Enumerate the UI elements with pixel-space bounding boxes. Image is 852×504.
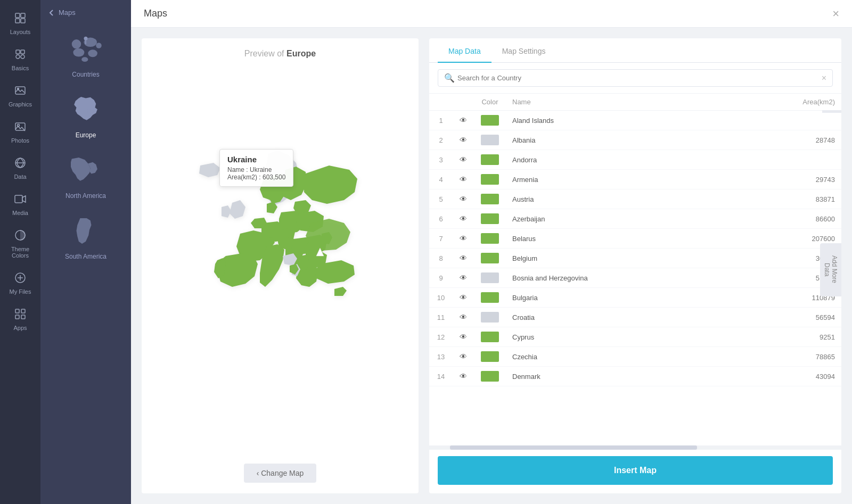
row-color[interactable] bbox=[474, 249, 506, 268]
color-swatch[interactable] bbox=[481, 371, 499, 382]
my-files-icon bbox=[12, 269, 29, 286]
visibility-icon[interactable]: 👁 bbox=[460, 372, 467, 381]
visibility-icon[interactable]: 👁 bbox=[460, 352, 467, 361]
horizontal-scrollbar[interactable] bbox=[429, 445, 841, 450]
svg-rect-3 bbox=[21, 19, 25, 23]
row-num: 14 bbox=[429, 367, 453, 386]
row-name: Cyprus bbox=[506, 327, 788, 347]
table-row: 7 👁 Belarus 207600 bbox=[429, 229, 841, 249]
add-more-data-button[interactable]: Add More Data bbox=[820, 243, 841, 296]
visibility-icon[interactable]: 👁 bbox=[460, 293, 467, 302]
row-eye[interactable]: 👁 bbox=[453, 249, 474, 268]
row-color[interactable] bbox=[474, 308, 506, 327]
color-swatch[interactable] bbox=[481, 332, 499, 342]
map-preview: Ukraine Name : Ukraine Area(km2) : 603,5… bbox=[150, 59, 410, 464]
sidebar-item-graphics[interactable]: Graphics bbox=[0, 77, 40, 113]
row-eye[interactable]: 👁 bbox=[453, 170, 474, 189]
visibility-icon[interactable]: 👁 bbox=[460, 254, 467, 262]
color-swatch[interactable] bbox=[481, 312, 499, 323]
table-row: 11 👁 Croatia 56594 bbox=[429, 308, 841, 327]
color-swatch[interactable] bbox=[481, 174, 499, 185]
row-color[interactable] bbox=[474, 268, 506, 288]
row-eye[interactable]: 👁 bbox=[453, 288, 474, 308]
map-item-north-america[interactable]: North America bbox=[40, 145, 131, 206]
map-item-countries[interactable]: Countries bbox=[40, 24, 131, 85]
sidebar-item-label: Layouts bbox=[10, 29, 31, 35]
search-clear-button[interactable]: × bbox=[822, 73, 826, 83]
row-color[interactable] bbox=[474, 130, 506, 150]
sidebar-item-layouts[interactable]: Layouts bbox=[0, 4, 40, 40]
visibility-icon[interactable]: 👁 bbox=[460, 116, 467, 125]
row-eye[interactable]: 👁 bbox=[453, 308, 474, 327]
sidebar-item-data[interactable]: Data bbox=[0, 149, 40, 185]
color-swatch[interactable] bbox=[481, 213, 499, 224]
svg-point-29 bbox=[84, 37, 88, 40]
row-color[interactable] bbox=[474, 111, 506, 130]
row-eye[interactable]: 👁 bbox=[453, 367, 474, 386]
row-eye[interactable]: 👁 bbox=[453, 268, 474, 288]
graphics-icon bbox=[12, 82, 29, 99]
back-button[interactable]: Maps bbox=[40, 6, 131, 24]
color-swatch[interactable] bbox=[481, 154, 499, 165]
color-swatch[interactable] bbox=[481, 351, 499, 362]
row-eye[interactable]: 👁 bbox=[453, 327, 474, 347]
close-button[interactable]: × bbox=[832, 8, 839, 20]
sidebar-item-media[interactable]: Media bbox=[0, 185, 40, 221]
back-label: Maps bbox=[59, 9, 76, 16]
sidebar-item-photos[interactable]: Photos bbox=[0, 113, 40, 149]
row-color[interactable] bbox=[474, 170, 506, 189]
color-swatch[interactable] bbox=[481, 253, 499, 263]
map-item-south-america[interactable]: South America bbox=[40, 206, 131, 267]
map-item-europe[interactable]: Europe bbox=[40, 85, 131, 145]
color-swatch[interactable] bbox=[481, 233, 499, 244]
table-row: 5 👁 Austria 83871 bbox=[429, 189, 841, 209]
sidebar-item-apps[interactable]: Apps bbox=[0, 300, 40, 336]
tab-map-data[interactable]: Map Data bbox=[438, 38, 491, 63]
visibility-icon[interactable]: 👁 bbox=[460, 234, 467, 243]
visibility-icon[interactable]: 👁 bbox=[460, 313, 467, 321]
visibility-icon[interactable]: 👁 bbox=[460, 274, 467, 282]
color-swatch[interactable] bbox=[481, 272, 499, 283]
row-color[interactable] bbox=[474, 347, 506, 367]
tab-map-settings[interactable]: Map Settings bbox=[491, 38, 556, 63]
row-eye[interactable]: 👁 bbox=[453, 229, 474, 249]
search-input[interactable] bbox=[438, 69, 833, 87]
color-swatch[interactable] bbox=[481, 135, 499, 145]
row-eye[interactable]: 👁 bbox=[453, 347, 474, 367]
row-color[interactable] bbox=[474, 209, 506, 229]
layouts-icon bbox=[12, 10, 29, 27]
row-eye[interactable]: 👁 bbox=[453, 209, 474, 229]
visibility-icon[interactable]: 👁 bbox=[460, 155, 467, 164]
visibility-icon[interactable]: 👁 bbox=[460, 333, 467, 341]
color-swatch[interactable] bbox=[481, 194, 499, 204]
row-color[interactable] bbox=[474, 229, 506, 249]
color-swatch[interactable] bbox=[481, 115, 499, 126]
row-color[interactable] bbox=[474, 327, 506, 347]
visibility-icon[interactable]: 👁 bbox=[460, 195, 467, 203]
row-name: Bulgaria bbox=[506, 288, 788, 308]
row-eye[interactable]: 👁 bbox=[453, 111, 474, 130]
sidebar-item-my-files[interactable]: My Files bbox=[0, 264, 40, 300]
row-color[interactable] bbox=[474, 189, 506, 209]
row-color[interactable] bbox=[474, 150, 506, 170]
visibility-icon[interactable]: 👁 bbox=[460, 214, 467, 223]
row-num: 7 bbox=[429, 229, 453, 249]
insert-map-button[interactable]: Insert Map bbox=[438, 456, 833, 485]
color-swatch[interactable] bbox=[481, 292, 499, 303]
table-row: 12 👁 Cyprus 9251 bbox=[429, 327, 841, 347]
row-eye[interactable]: 👁 bbox=[453, 189, 474, 209]
row-num: 8 bbox=[429, 249, 453, 268]
table-row: 1 👁 Aland Islands bbox=[429, 111, 841, 130]
sidebar-item-theme-colors[interactable]: Theme Colors bbox=[0, 221, 40, 264]
sidebar-item-basics[interactable]: Basics bbox=[0, 40, 40, 77]
row-num: 5 bbox=[429, 189, 453, 209]
map-item-label: Countries bbox=[72, 71, 99, 78]
visibility-icon[interactable]: 👁 bbox=[460, 136, 467, 144]
row-color[interactable] bbox=[474, 367, 506, 386]
row-color[interactable] bbox=[474, 288, 506, 308]
row-eye[interactable]: 👁 bbox=[453, 130, 474, 150]
change-map-button[interactable]: ‹ Change Map bbox=[244, 464, 317, 483]
visibility-icon[interactable]: 👁 bbox=[460, 175, 467, 184]
svg-point-9 bbox=[18, 88, 19, 90]
row-eye[interactable]: 👁 bbox=[453, 150, 474, 170]
